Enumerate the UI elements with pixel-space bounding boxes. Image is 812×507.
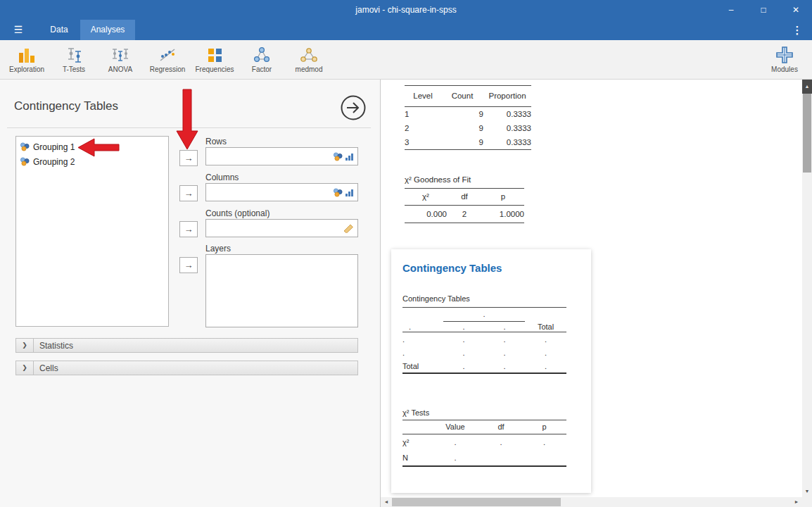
columns-input[interactable] (205, 183, 358, 201)
t-tests-icon (65, 46, 83, 64)
variable-list[interactable]: Grouping 1 Grouping 2 (15, 136, 169, 327)
proportions-table: Level Count Proportion 1 9 0.3333 2 9 0.… (405, 85, 531, 150)
layers-label: Layers (205, 244, 231, 254)
collapse-options-arrow-button[interactable] (340, 94, 367, 121)
tab-data[interactable]: Data (41, 20, 77, 40)
continuous-ruler-icon (343, 223, 354, 233)
frequencies-icon (205, 46, 224, 64)
counts-input[interactable] (205, 219, 358, 237)
nominal-variable-icon (20, 157, 30, 166)
ribbon-item-medmod[interactable]: medmod (286, 44, 332, 77)
hamburger-menu-icon[interactable]: ☰ (0, 20, 37, 40)
vertical-scrollbar[interactable]: ▲ ▼ (802, 80, 812, 497)
contingency-table-title: Contingency Tables (402, 294, 470, 303)
variable-item-grouping-2[interactable]: Grouping 2 (16, 154, 168, 169)
table-row: 3 9 0.3333 (405, 135, 531, 150)
medmod-icon (300, 46, 318, 64)
vertical-scrollbar-thumb[interactable] (803, 94, 811, 173)
chevron-right-icon: ❯ (16, 339, 34, 352)
column-header: Level (405, 86, 441, 107)
analysis-title: Contingency Tables (14, 99, 118, 113)
table-row: 1 9 0.3333 (405, 107, 531, 122)
counts-label: Counts (optional) (205, 208, 269, 218)
analyses-ribbon: Exploration T-Tests ANOVA Regression (0, 40, 812, 80)
table-row: Total . . . (402, 359, 566, 373)
ribbon-item-label: Exploration (4, 65, 50, 73)
tab-analyses[interactable]: Analyses (80, 20, 135, 40)
cells-section-header[interactable]: ❯ Cells (15, 361, 358, 375)
goodness-of-fit-table: χ² df p 0.000 2 1.0000 (405, 188, 524, 223)
column-header: p (482, 189, 524, 206)
menu-bar: ☰ Data Analyses ⋮ (0, 20, 812, 40)
ribbon-item-modules[interactable]: Modules (763, 44, 806, 77)
columns-transfer-button[interactable]: → (179, 185, 198, 201)
table-row: 2 9 0.3333 (405, 121, 531, 135)
results-heading: Contingency Tables (402, 262, 502, 274)
ribbon-item-label: Modules (763, 65, 806, 73)
ribbon-item-t-tests[interactable]: T-Tests (51, 44, 97, 77)
anova-icon (111, 46, 129, 64)
window-title: jamovi - chi-square-in-spss (0, 0, 812, 20)
ribbon-item-label: T-Tests (51, 65, 97, 73)
nominal-type-icon (333, 188, 343, 197)
maximize-button[interactable]: □ (747, 0, 780, 20)
results-card-contingency-tables[interactable]: Contingency Tables Contingency Tables . … (391, 249, 591, 493)
ribbon-item-label: medmod (286, 65, 332, 73)
scroll-up-icon[interactable]: ▲ (802, 80, 812, 94)
counts-transfer-button[interactable]: → (179, 221, 198, 237)
nominal-type-icon (333, 152, 343, 161)
scroll-left-icon[interactable]: ◄ (381, 497, 392, 507)
variable-name: Grouping 1 (33, 142, 75, 152)
scrollbar-corner (802, 497, 812, 507)
column-header: χ² (405, 189, 447, 206)
chi-square-tests-table: Value df p χ² . . . N . (402, 420, 566, 467)
results-panel: Level Count Proportion 1 9 0.3333 2 9 0.… (381, 80, 802, 497)
continuous-type-bars-icon (345, 188, 354, 197)
horizontal-scrollbar[interactable]: ◄ ► (381, 497, 802, 507)
factor-icon (253, 46, 271, 64)
rows-transfer-button[interactable]: → (179, 150, 198, 166)
variable-name: Grouping 2 (33, 157, 75, 167)
rows-input[interactable] (205, 147, 358, 165)
title-bar: jamovi - chi-square-in-spss – □ ✕ (0, 0, 812, 20)
column-header: Count (441, 86, 483, 107)
modules-plus-icon (775, 45, 794, 65)
column-header: Proportion (483, 86, 531, 107)
goodness-of-fit-title: χ² Goodness of Fit (405, 175, 471, 184)
section-label: Statistics (39, 341, 73, 351)
table-row: . . . . (402, 346, 566, 359)
close-button[interactable]: ✕ (780, 0, 812, 20)
exploration-bar-chart-icon (18, 46, 36, 64)
options-header-divider (7, 127, 371, 128)
contingency-table: . . . . Total . . . . . . (402, 307, 566, 374)
layers-transfer-button[interactable]: → (179, 257, 198, 273)
layers-box[interactable] (205, 254, 358, 327)
ribbon-item-label: Frequencies (191, 65, 238, 73)
statistics-section-header[interactable]: ❯ Statistics (15, 338, 358, 353)
table-row: 0.000 2 1.0000 (405, 206, 524, 223)
ribbon-item-label: Regression (144, 65, 191, 73)
columns-label: Columns (205, 173, 239, 182)
table-row: . . . . (402, 332, 566, 346)
analysis-options-panel: Contingency Tables Grouping 1 Grouping 2 (0, 80, 381, 507)
window-controls: – □ ✕ (715, 0, 812, 20)
ribbon-item-regression[interactable]: Regression (144, 44, 191, 77)
ribbon-item-frequencies[interactable]: Frequencies (191, 44, 238, 77)
ribbon-item-exploration[interactable]: Exploration (4, 44, 50, 77)
ribbon-item-anova[interactable]: ANOVA (97, 44, 144, 77)
header-row: . . . Total (402, 322, 566, 332)
column-group-header-row: . (402, 308, 566, 322)
horizontal-scrollbar-thumb[interactable] (392, 498, 561, 506)
minimize-button[interactable]: – (715, 0, 747, 20)
overflow-menu-icon[interactable]: ⋮ (787, 20, 808, 40)
table-row: χ² . . . (402, 434, 566, 451)
column-header: df (447, 189, 482, 206)
scroll-down-icon[interactable]: ▼ (802, 486, 812, 497)
ribbon-item-label: Factor (239, 65, 285, 73)
ribbon-item-factor[interactable]: Factor (239, 44, 285, 77)
continuous-type-bars-icon (345, 152, 354, 161)
table-row: N . (402, 450, 566, 466)
variable-item-grouping-1[interactable]: Grouping 1 (16, 139, 168, 154)
rows-label: Rows (205, 137, 227, 146)
scroll-right-icon[interactable]: ► (791, 497, 802, 507)
